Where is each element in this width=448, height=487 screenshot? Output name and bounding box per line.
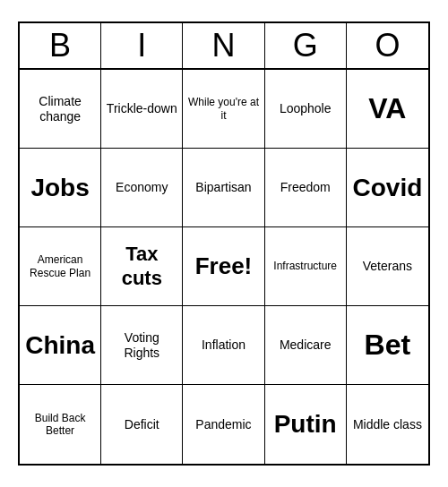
bingo-cell: Deficit	[101, 385, 183, 464]
bingo-cell: Veterans	[347, 227, 428, 306]
bingo-cell: Middle class	[347, 385, 428, 464]
bingo-cell: American Rescue Plan	[20, 227, 101, 306]
bingo-cell: Medicare	[265, 306, 347, 385]
bingo-cell: Infrastructure	[265, 227, 347, 306]
bingo-cell: Freedom	[265, 149, 347, 227]
bingo-cell: Inflation	[183, 306, 264, 385]
bingo-cell: Tax cuts	[101, 227, 183, 306]
bingo-header-letter: G	[265, 23, 347, 68]
bingo-cell: While you're at it	[183, 70, 264, 149]
bingo-header-letter: O	[347, 23, 428, 68]
bingo-cell: Bipartisan	[183, 149, 264, 227]
bingo-card: BINGO Climate changeTrickle-downWhile yo…	[18, 21, 430, 466]
bingo-grid: Climate changeTrickle-downWhile you're a…	[20, 70, 428, 464]
bingo-cell: Trickle-down	[101, 70, 183, 149]
bingo-header: BINGO	[20, 23, 428, 70]
bingo-cell: Putin	[265, 385, 347, 464]
bingo-header-letter: N	[183, 23, 264, 68]
bingo-cell: Build Back Better	[20, 385, 101, 464]
bingo-cell: Pandemic	[183, 385, 264, 464]
bingo-cell: Loophole	[265, 70, 347, 149]
bingo-cell: VA	[347, 70, 428, 149]
bingo-header-letter: I	[101, 23, 183, 68]
bingo-cell: Bet	[347, 306, 428, 385]
bingo-header-letter: B	[20, 23, 101, 68]
bingo-cell: Jobs	[20, 149, 101, 227]
bingo-cell: Voting Rights	[101, 306, 183, 385]
bingo-cell: China	[20, 306, 101, 385]
bingo-cell: Covid	[347, 149, 428, 227]
bingo-cell: Climate change	[20, 70, 101, 149]
bingo-cell: Economy	[101, 149, 183, 227]
bingo-cell: Free!	[183, 227, 264, 306]
